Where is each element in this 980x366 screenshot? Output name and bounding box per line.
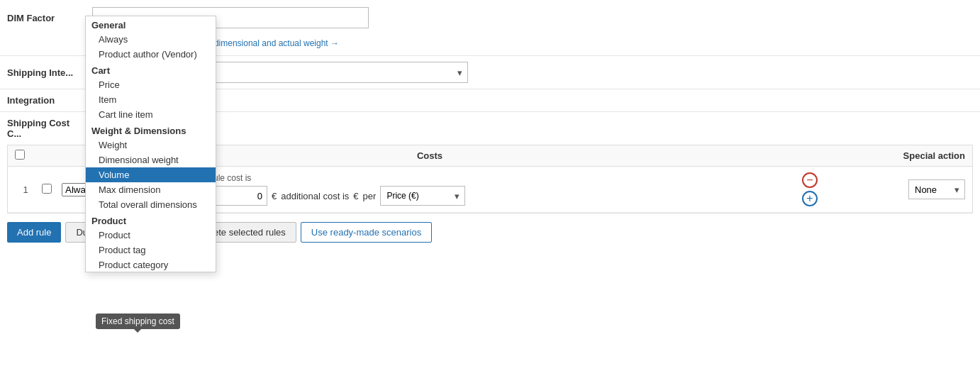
group-cart: Cart bbox=[86, 62, 216, 77]
page-wrapper: DIM Factor General Always Product author… bbox=[0, 0, 980, 366]
additional-cost-label: additional cost is bbox=[281, 191, 349, 201]
dd-product-category[interactable]: Product category bbox=[86, 257, 216, 272]
remove-cost-button[interactable]: − bbox=[802, 172, 818, 188]
select-all-checkbox[interactable] bbox=[15, 150, 25, 160]
per-select-wrapper: Price (€) Weight Volume ▾ bbox=[380, 186, 465, 206]
dropdown-scroll[interactable]: General Always Product author (Vendor) C… bbox=[86, 16, 216, 272]
group-product: Product bbox=[86, 212, 216, 228]
currency-symbol: € bbox=[272, 191, 277, 201]
dd-product-author[interactable]: Product author (Vendor) bbox=[86, 47, 216, 62]
add-another-cost-button[interactable]: + bbox=[802, 191, 818, 206]
th-special: Special action bbox=[823, 150, 965, 161]
per-label: per bbox=[363, 191, 377, 201]
dd-product[interactable]: Product bbox=[86, 228, 216, 243]
add-icon: + bbox=[806, 192, 813, 205]
row-checkbox-col bbox=[42, 184, 56, 196]
cost-inputs-row: € additional cost is € per Price (€) Wei… bbox=[211, 186, 796, 206]
integration-label: Integration bbox=[7, 95, 85, 106]
per-select[interactable]: Price (€) Weight Volume bbox=[380, 186, 465, 206]
special-action-select[interactable]: None bbox=[908, 179, 965, 199]
add-rule-button[interactable]: Add rule bbox=[7, 222, 61, 243]
group-weight-dimensions: Weight & Dimensions bbox=[86, 122, 216, 138]
dd-cart-line-item[interactable]: Cart line item bbox=[86, 107, 216, 122]
dd-price[interactable]: Price bbox=[86, 77, 216, 92]
shipping-cost-label: Shipping Cost C... bbox=[7, 118, 85, 139]
dd-dimensional-weight[interactable]: Dimensional weight bbox=[86, 152, 216, 167]
remove-icon: − bbox=[806, 174, 813, 187]
dim-factor-label: DIM Factor bbox=[7, 13, 85, 23]
special-action-select-wrapper: None ▾ bbox=[908, 179, 965, 199]
dim-factor-dropdown[interactable]: General Always Product author (Vendor) C… bbox=[85, 16, 216, 272]
special-action-col: None ▾ bbox=[823, 179, 965, 199]
dd-weight[interactable]: Weight bbox=[86, 138, 216, 152]
shipping-integration-label: Shipping Inte... bbox=[7, 67, 85, 78]
ready-made-button[interactable]: Use ready-made scenarios bbox=[301, 222, 432, 243]
group-general: General bbox=[86, 16, 216, 32]
rule-number: 1 bbox=[15, 184, 36, 195]
costs-area: rule cost is € additional cost is € per … bbox=[189, 173, 796, 206]
rule-cost-label: rule cost is bbox=[211, 173, 796, 183]
th-checkbox bbox=[15, 150, 36, 162]
tooltip-fixed-shipping: Fixed shipping cost bbox=[96, 314, 180, 329]
row-checkbox[interactable] bbox=[42, 184, 52, 194]
dd-total-overall-dimensions[interactable]: Total overall dimensions bbox=[86, 197, 216, 212]
dd-product-tag[interactable]: Product tag bbox=[86, 243, 216, 257]
dd-item[interactable]: Item bbox=[86, 92, 216, 107]
cost-value-input[interactable] bbox=[211, 186, 267, 206]
action-buttons: − + bbox=[802, 172, 818, 206]
tooltip-text: Fixed shipping cost bbox=[101, 316, 174, 326]
dd-volume[interactable]: Volume bbox=[86, 167, 216, 182]
dd-max-dimension[interactable]: Max dimension bbox=[86, 182, 216, 197]
currency-symbol2: € bbox=[353, 191, 358, 201]
dd-always[interactable]: Always bbox=[86, 32, 216, 47]
